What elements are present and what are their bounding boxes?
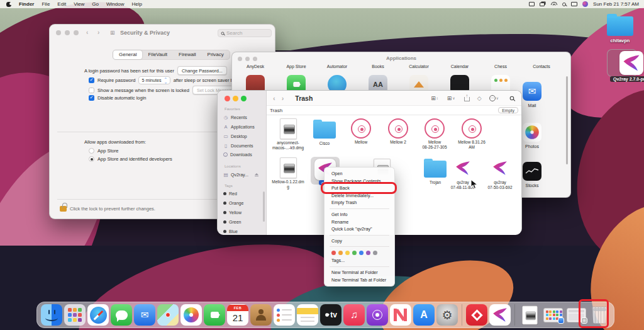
tab-firewall[interactable]: Firewall: [173, 50, 202, 59]
sidebar-item-downloads[interactable]: ↓Downloads: [223, 152, 252, 157]
disable-auto-login-checkbox[interactable]: [89, 95, 94, 101]
app-label-automator[interactable]: Automator: [316, 64, 358, 69]
back-icon[interactable]: ‹: [86, 29, 88, 36]
stocks-icon[interactable]: [523, 162, 541, 181]
dock-minimized-window-launchpad[interactable]: [542, 304, 564, 326]
app-label-appstore[interactable]: App Store: [275, 64, 317, 69]
tab-privacy[interactable]: Privacy: [202, 50, 230, 59]
dock-dmg-file-icon[interactable]: [519, 304, 540, 326]
menu-item-tags[interactable]: Tags...: [325, 257, 394, 265]
desktop-icon-qv2ray[interactable]: Qv2ray 2.7.0-pre2: [610, 51, 644, 82]
spotlight-icon[interactable]: [562, 3, 566, 6]
back-icon[interactable]: ‹: [273, 94, 275, 102]
app-label-books[interactable]: Books: [357, 64, 399, 69]
menu-item-open[interactable]: Open: [325, 170, 394, 178]
dock-qv2ray-icon[interactable]: [489, 304, 511, 326]
eject-icon[interactable]: [255, 173, 258, 177]
menu-window[interactable]: Window: [106, 1, 124, 7]
app-label-contacts[interactable]: Contacts: [521, 64, 562, 69]
dock-mail-icon[interactable]: ✉: [134, 304, 155, 326]
sidebar-scrollbar[interactable]: [263, 191, 265, 222]
dock-podcasts-icon[interactable]: [367, 304, 388, 326]
scrollbar[interactable]: [566, 76, 568, 164]
tag-orange[interactable]: [338, 251, 343, 255]
search-icon[interactable]: [510, 96, 514, 100]
dock-messages-icon[interactable]: [111, 304, 132, 326]
dock-music-icon[interactable]: ♫: [343, 304, 365, 326]
more-actions-icon[interactable]: ⋯∨: [489, 95, 499, 101]
zoom-button[interactable]: [74, 30, 79, 35]
dock-tv-icon[interactable]: tv: [320, 304, 341, 326]
menu-item-copy[interactable]: Copy: [325, 237, 394, 245]
view-icon[interactable]: ⊞↕: [431, 95, 438, 101]
display-status-icon[interactable]: [529, 2, 535, 6]
menu-view[interactable]: View: [74, 1, 84, 7]
menu-item-get-info[interactable]: Get Info: [325, 211, 394, 219]
tag-gray[interactable]: [373, 251, 377, 255]
menu-edit[interactable]: Edit: [57, 1, 66, 7]
menu-item-new-terminal[interactable]: New Terminal at Folder: [325, 269, 394, 276]
tab-filevault[interactable]: FileVault: [142, 50, 173, 59]
stage-manager-icon[interactable]: [540, 3, 545, 6]
app-label-anydesk[interactable]: AnyDesk: [235, 64, 276, 69]
close-button[interactable]: [56, 30, 61, 35]
dock-anydesk-icon[interactable]: [466, 304, 487, 326]
sidebar-tag-red[interactable]: Red: [223, 191, 237, 196]
dock-reminders-icon[interactable]: [274, 304, 295, 326]
sidebar-item-recents[interactable]: ◷Recents: [223, 115, 247, 120]
tag-yellow[interactable]: [345, 251, 350, 255]
lock-icon[interactable]: [60, 206, 67, 212]
tab-general[interactable]: General: [113, 50, 142, 59]
dock-maps-icon[interactable]: [157, 304, 179, 326]
file-anyconnect-dmg[interactable]: anyconnect- macos-...-k9.dmg: [270, 118, 306, 150]
app-label-calculator[interactable]: Calculator: [398, 64, 440, 69]
sidebar-item-documents[interactable]: ▯Documents: [223, 143, 253, 149]
change-password-button[interactable]: Change Password...: [177, 66, 227, 75]
sidebar-tag-orange[interactable]: Orange: [223, 201, 243, 205]
share-icon[interactable]: [464, 97, 470, 101]
desktop-icon-chitavpn[interactable]: chitavpn: [607, 16, 633, 43]
group-icon[interactable]: ⊞∨: [447, 95, 455, 101]
identified-devs-radio[interactable]: [89, 156, 94, 162]
show-all-icon[interactable]: ⊞: [110, 30, 115, 36]
dock-news-icon[interactable]: [390, 304, 411, 326]
sidebar-tag-yellow[interactable]: Yellow: [223, 210, 242, 215]
photos-icon[interactable]: [523, 123, 541, 142]
close-button[interactable]: [225, 96, 230, 101]
file-mellow-2[interactable]: Mellow 2: [380, 118, 416, 145]
sidebar-item-applications[interactable]: AApplications: [223, 124, 255, 130]
dock-calendar-icon[interactable]: FEB 21: [227, 304, 248, 326]
app-store-radio[interactable]: [89, 148, 94, 154]
dock-notes-icon[interactable]: [297, 304, 318, 326]
tag-icon[interactable]: ◇: [477, 95, 482, 101]
search-input[interactable]: Search: [218, 29, 272, 37]
tag-blue[interactable]: [359, 251, 364, 255]
app-label-chess[interactable]: Chess: [480, 64, 521, 69]
app-label-calendar[interactable]: Calendar: [439, 64, 480, 69]
menu-item-rename[interactable]: Rename: [325, 219, 394, 226]
menu-clock[interactable]: Sun Feb 21 7:57 AM: [593, 1, 639, 7]
dock-finder-icon[interactable]: [41, 304, 62, 326]
folder-cisco[interactable]: Cisco: [307, 118, 342, 146]
file-mellow[interactable]: Mellow: [343, 118, 379, 145]
forward-icon[interactable]: ›: [97, 29, 99, 36]
siri-icon[interactable]: [582, 1, 588, 7]
keyboard-status-icon[interactable]: [571, 2, 577, 6]
dock-safari-icon[interactable]: [87, 304, 109, 326]
dock-photos-icon[interactable]: [180, 304, 202, 326]
apple-menu-icon[interactable]: [6, 2, 11, 7]
menu-item-empty-trash[interactable]: Empty Trash: [325, 199, 394, 207]
menu-help[interactable]: Help: [131, 1, 142, 7]
show-message-checkbox[interactable]: [89, 88, 94, 93]
dock-contacts-icon[interactable]: [250, 304, 272, 326]
tag-purple[interactable]: [366, 251, 370, 255]
tag-green[interactable]: [352, 251, 357, 255]
sidebar-tag-green[interactable]: Green: [223, 220, 241, 224]
sidebar-item-desktop[interactable]: ▭Desktop: [223, 134, 247, 139]
file-mellow-08[interactable]: Mellow 08-26-27-305: [417, 118, 452, 149]
menu-item-new-terminal-tab[interactable]: New Terminal Tab at Folder: [325, 276, 394, 284]
empty-trash-button[interactable]: Empty: [498, 107, 518, 113]
zoom-button[interactable]: [241, 96, 247, 101]
mail-icon[interactable]: ✉: [523, 82, 541, 101]
minimize-button[interactable]: [65, 30, 70, 35]
